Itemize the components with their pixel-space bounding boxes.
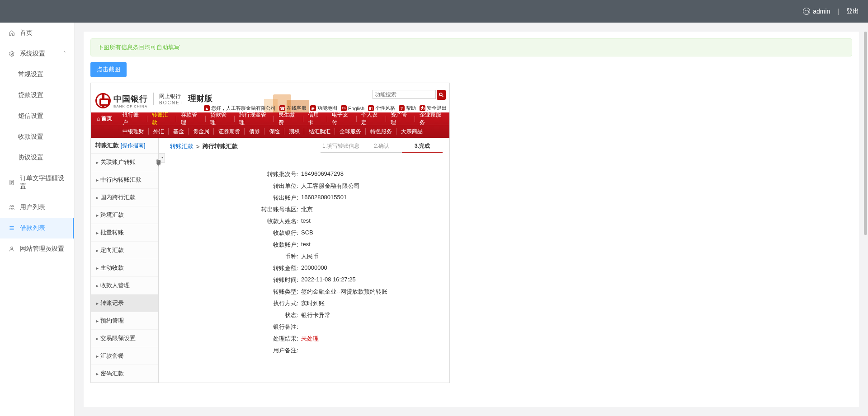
- sidebar-item-sms-settings[interactable]: 短信设置: [0, 106, 74, 126]
- detail-row: 银行备注:: [170, 321, 443, 333]
- detail-label: 转出账户:: [170, 194, 301, 202]
- detail-row: 币种:人民币: [170, 251, 443, 262]
- function-search: [373, 90, 446, 100]
- palette-icon: ◧: [368, 105, 374, 111]
- nav-item[interactable]: 外汇: [149, 125, 169, 138]
- sidebar-item-system-settings[interactable]: 系统设置: [0, 43, 74, 64]
- person-icon: ▲: [204, 105, 210, 111]
- detail-row: 执行方式:实时到账: [170, 298, 443, 309]
- nav-item[interactable]: 证券期货: [214, 125, 245, 138]
- bocnet-label: 网上银行 BOCNET: [153, 93, 184, 105]
- nav-item[interactable]: 个人设定: [357, 112, 386, 125]
- nav-item[interactable]: 民生缴费: [274, 112, 303, 125]
- bank-name-cn: 中国银行: [113, 93, 148, 104]
- sidebar-label: 系统设置: [20, 50, 45, 58]
- boc-logo: 中国银行 BANK OF CHINA 网上银行 BOCNET 理财版: [95, 93, 212, 109]
- sidebar-label: 常规设置: [18, 70, 43, 79]
- sidebar-item-admins[interactable]: 网站管理员设置: [0, 238, 74, 259]
- detail-row: 处理结果:未处理: [170, 333, 443, 345]
- operation-guide-link[interactable]: [操作指南]: [121, 142, 146, 149]
- breadcrumb-root[interactable]: 转账汇款: [170, 142, 193, 150]
- sidebar-item-loan-settings[interactable]: 贷款设置: [0, 85, 74, 106]
- transfer-menu-item[interactable]: 定向汇款: [91, 242, 158, 259]
- home-icon: [8, 30, 15, 36]
- detail-value: test: [301, 241, 443, 249]
- bocnet-cn: 网上银行: [159, 93, 184, 100]
- nav-item[interactable]: 信用卡: [303, 112, 327, 125]
- detail-label: 收款账户:: [170, 241, 301, 249]
- topbar: admin | 登出: [0, 0, 868, 23]
- search-input[interactable]: [373, 90, 436, 99]
- english-link[interactable]: EnEnglish: [341, 105, 364, 111]
- search-button[interactable]: [437, 90, 446, 100]
- nav-item[interactable]: 基金: [169, 125, 189, 138]
- nav-item[interactable]: 债券: [245, 125, 264, 138]
- nav-item[interactable]: 贵金属: [189, 125, 214, 138]
- nav-item[interactable]: 转账汇款: [147, 112, 177, 125]
- nav-item[interactable]: 电子支付: [327, 112, 357, 125]
- sidebar-item-general-settings[interactable]: 常规设置: [0, 64, 74, 85]
- detail-row: 转账批次号:1649606947298: [170, 168, 443, 180]
- sidebar-item-agreement-settings[interactable]: 协议设置: [0, 147, 74, 168]
- logout-link[interactable]: 登出: [846, 7, 859, 15]
- nav-item[interactable]: 期权: [284, 125, 304, 138]
- sidebar-item-collection-settings[interactable]: 收款设置: [0, 126, 74, 147]
- sidebar-item-users[interactable]: 用户列表: [0, 197, 74, 218]
- transfer-menu-item[interactable]: 交易限额设置: [91, 330, 158, 347]
- topbar-user: admin | 登出: [803, 7, 859, 15]
- detail-row: 用户备注:: [170, 345, 443, 356]
- detail-value: 16602808015501: [301, 194, 443, 202]
- detail-value: 人民币: [301, 252, 443, 261]
- transfer-menu-item[interactable]: 转账记录: [91, 294, 158, 312]
- detail-value: 人工客服金融有限公司: [301, 182, 443, 190]
- headset-icon: ☎: [279, 105, 285, 111]
- main-content: 下图所有信息条目均可自助填写 点击截图 中国银行 BANK OF CHINA 网…: [75, 23, 868, 416]
- nav-item[interactable]: 资产管理: [386, 112, 415, 125]
- transfer-menu-item[interactable]: 汇款套餐: [91, 347, 158, 365]
- screenshot-button[interactable]: 点击截图: [90, 62, 127, 77]
- detail-row: 收款账户:test: [170, 239, 443, 251]
- nav-item[interactable]: 银行账户: [118, 112, 147, 125]
- detail-row: 收款人姓名:test: [170, 215, 443, 227]
- detail-label: 转账类型:: [170, 288, 301, 296]
- nav-item[interactable]: 跨行现金管理: [235, 112, 274, 125]
- nav-item[interactable]: 中银理财: [118, 125, 149, 138]
- step-3: 3.完成: [402, 142, 443, 153]
- sidebar-item-loans[interactable]: 借款列表: [0, 218, 74, 238]
- bank-of-china-panel: 中国银行 BANK OF CHINA 网上银行 BOCNET 理财版: [90, 83, 450, 383]
- sidebar-label: 协议设置: [18, 154, 43, 162]
- nav-home[interactable]: ⌂首页: [91, 112, 118, 125]
- username-label: admin: [813, 8, 830, 15]
- scrollbar-thumb[interactable]: [864, 32, 867, 235]
- transfer-menu-item[interactable]: 收款人管理: [91, 277, 158, 294]
- detail-value: 北京: [301, 206, 443, 214]
- detail-value: [301, 323, 443, 331]
- nav-item[interactable]: 大宗商品: [396, 125, 427, 138]
- nav-item[interactable]: 企业家服务: [415, 112, 449, 125]
- nav-item[interactable]: 存款管理: [176, 112, 206, 125]
- detail-row: 转账类型:签约金融企业--网贷放款预约转账: [170, 286, 443, 298]
- boc-wordmark: 中国银行 BANK OF CHINA: [113, 93, 148, 108]
- nav-item[interactable]: 结汇购汇: [304, 125, 335, 138]
- transfer-menu-item[interactable]: 跨境汇款: [91, 206, 158, 224]
- transfer-sidebar: 转账汇款 [操作指南] 关联账户转账中行内转账汇款国内跨行汇款跨境汇款批量转账定…: [91, 138, 159, 383]
- bank-nav: ⌂首页 银行账户转账汇款存款管理贷款管理跨行现金管理民生缴费信用卡电子支付个人设…: [91, 112, 449, 138]
- sidebar-item-order-text[interactable]: 订单文字提醒设置: [0, 168, 74, 197]
- nav-item[interactable]: 贷款管理: [206, 112, 235, 125]
- detail-value: test: [301, 217, 443, 225]
- nav-item[interactable]: 全球服务: [335, 125, 366, 138]
- nav-item[interactable]: 保险: [264, 125, 284, 138]
- transfer-menu-item[interactable]: 中行内转账汇款: [91, 171, 158, 189]
- transfer-menu-item[interactable]: 关联账户转账: [91, 154, 158, 171]
- transfer-menu-item[interactable]: 批量转账: [91, 224, 158, 242]
- transfer-menu-item[interactable]: 预约管理: [91, 312, 158, 330]
- sidebar-label: 贷款设置: [18, 91, 43, 99]
- transfer-menu-item[interactable]: 国内跨行汇款: [91, 189, 158, 206]
- transfer-menu-item[interactable]: 主动收款: [91, 259, 158, 277]
- nav-item[interactable]: 特色服务: [366, 125, 396, 138]
- boc-emblem-icon: [95, 93, 111, 108]
- sidebar-item-home[interactable]: 首页: [0, 23, 74, 43]
- sidebar-label: 首页: [20, 29, 33, 37]
- bocnet-en: BOCNET: [159, 100, 184, 105]
- transfer-menu-item[interactable]: 密码汇款: [91, 365, 158, 383]
